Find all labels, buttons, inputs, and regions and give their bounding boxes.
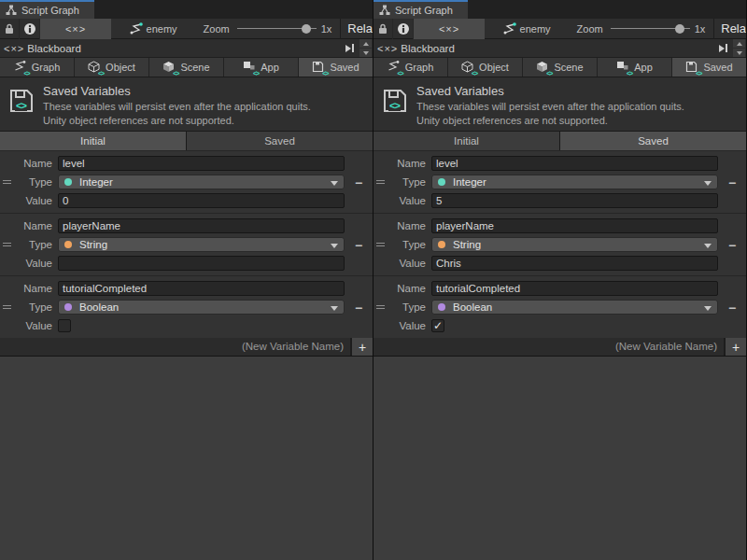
- info-icon: [397, 22, 410, 35]
- tab-saved[interactable]: Saved: [187, 132, 373, 150]
- tab-initial[interactable]: Initial: [0, 132, 186, 150]
- drag-handle-icon[interactable]: [3, 243, 11, 246]
- drag-handle-icon[interactable]: [3, 305, 11, 309]
- zoom-slider[interactable]: [611, 19, 690, 39]
- info-title: Saved Variables: [416, 84, 504, 98]
- scene-cube-icon: <>: [536, 61, 550, 74]
- drag-handle-icon[interactable]: [376, 180, 385, 184]
- triangle-down-icon: [363, 51, 369, 55]
- remove-variable-button[interactable]: −: [350, 175, 367, 190]
- zoom-slider-knob[interactable]: [675, 24, 684, 34]
- remove-variable-button[interactable]: −: [724, 175, 740, 190]
- graph-reference[interactable]: enemy: [130, 22, 177, 35]
- name-input[interactable]: tutorialCompleted: [431, 281, 718, 296]
- name-input[interactable]: playerName: [58, 218, 345, 233]
- info-description-line2: Unity object references are not supporte…: [416, 115, 608, 126]
- type-dropdown[interactable]: Boolean: [431, 300, 718, 315]
- value-input[interactable]: Chris: [431, 256, 718, 271]
- add-variable-button[interactable]: +: [350, 338, 373, 356]
- value-checkbox[interactable]: [58, 319, 71, 332]
- tab-script-graph[interactable]: Script Graph: [0, 0, 94, 19]
- app-squares-icon: <>: [616, 61, 630, 74]
- value-label: Value: [0, 258, 58, 269]
- type-color-dot: [438, 303, 445, 311]
- lock-button[interactable]: [374, 19, 393, 39]
- tab-graph-variables[interactable]: <> Graph: [0, 58, 74, 77]
- triangle-down-icon: [737, 51, 742, 55]
- value-input[interactable]: 0: [58, 193, 345, 208]
- remove-variable-button[interactable]: −: [350, 301, 367, 315]
- variable-row: Name playerName Type String Value Chris …: [374, 214, 746, 275]
- name-input[interactable]: level: [431, 156, 718, 171]
- tab-graph-variables[interactable]: <> Graph: [374, 58, 447, 77]
- relations-label-clipped[interactable]: Rela: [347, 21, 373, 35]
- drag-handle-icon[interactable]: [3, 180, 11, 184]
- type-dropdown[interactable]: String: [431, 237, 718, 252]
- type-dropdown[interactable]: Integer: [431, 175, 718, 189]
- graph-empty-area[interactable]: [0, 356, 373, 560]
- tab-object-variables[interactable]: <> Object: [448, 58, 522, 77]
- name-input[interactable]: level: [58, 156, 345, 171]
- inspect-button[interactable]: [393, 19, 415, 39]
- variables-list: Name level Type Integer Value 0 −: [0, 151, 373, 339]
- value-input[interactable]: [58, 256, 345, 271]
- dock-icon[interactable]: [719, 44, 727, 52]
- tab-scene-variables[interactable]: <> Scene: [523, 58, 597, 77]
- window-tab-bar: Script Graph: [0, 0, 373, 19]
- inspect-button[interactable]: [20, 19, 41, 39]
- scroll-up-button[interactable]: [733, 39, 745, 48]
- script-graph-icon: [379, 5, 390, 16]
- blackboard-toggle-button[interactable]: <×>: [414, 19, 484, 39]
- scroll-down-button[interactable]: [733, 49, 745, 57]
- remove-variable-button[interactable]: −: [350, 238, 367, 253]
- blackboard-title: Blackboard: [401, 43, 719, 54]
- tab-script-graph[interactable]: Script Graph: [374, 0, 468, 19]
- tab-app-variables[interactable]: <> App: [224, 58, 298, 77]
- remove-variable-button[interactable]: −: [724, 238, 740, 253]
- add-variable-button[interactable]: +: [724, 338, 746, 356]
- triangle-up-icon: [737, 42, 742, 46]
- value-checkbox[interactable]: [431, 319, 444, 332]
- tab-saved-variables[interactable]: <> Saved: [299, 58, 373, 77]
- tab-scene-variables[interactable]: <> Scene: [149, 58, 223, 77]
- type-color-dot: [438, 178, 445, 186]
- code-brackets-icon: <>: [388, 100, 401, 111]
- scroll-down-button[interactable]: [359, 49, 372, 57]
- zoom-slider[interactable]: [237, 19, 317, 39]
- tab-saved[interactable]: Saved: [560, 132, 746, 150]
- name-label: Name: [374, 283, 431, 294]
- graph-reference[interactable]: enemy: [503, 22, 551, 35]
- chevron-down-icon: [704, 181, 712, 186]
- dock-icon[interactable]: [345, 44, 354, 52]
- graph-variables-icon: <>: [388, 61, 402, 74]
- toolbar-divider: [713, 19, 714, 39]
- graph-empty-area[interactable]: [374, 356, 746, 560]
- value-label: Value: [374, 320, 431, 331]
- scroll-up-button[interactable]: [359, 39, 372, 48]
- lock-icon: [376, 22, 389, 35]
- type-dropdown[interactable]: Boolean: [58, 300, 345, 315]
- object-cube-icon: <>: [461, 61, 475, 74]
- value-input[interactable]: 5: [431, 193, 718, 208]
- tab-saved-variables[interactable]: <> Saved: [672, 58, 746, 77]
- remove-variable-button[interactable]: −: [724, 301, 740, 315]
- relations-label-clipped[interactable]: Rela: [721, 21, 746, 35]
- name-input[interactable]: playerName: [431, 218, 718, 233]
- type-dropdown[interactable]: Integer: [58, 175, 345, 189]
- lock-button[interactable]: [0, 19, 20, 39]
- drag-handle-icon[interactable]: [376, 305, 385, 309]
- new-variable-name-input[interactable]: (New Variable Name): [374, 338, 724, 356]
- new-variable-name-input[interactable]: (New Variable Name): [0, 338, 350, 356]
- tab-initial[interactable]: Initial: [374, 132, 559, 150]
- graph-toolbar: <×> enemy Zoom 1x Rela: [0, 19, 373, 39]
- blackboard-toggle-button[interactable]: <×>: [40, 19, 110, 39]
- name-input[interactable]: tutorialCompleted: [58, 281, 345, 296]
- tab-object-variables[interactable]: <> Object: [75, 58, 148, 77]
- variable-row: Name level Type Integer Value 0 −: [0, 151, 373, 213]
- drag-handle-icon[interactable]: [376, 243, 385, 246]
- zoom-slider-knob[interactable]: [302, 24, 311, 34]
- type-dropdown[interactable]: String: [58, 237, 345, 252]
- tab-app-variables[interactable]: <> App: [598, 58, 671, 77]
- name-label: Name: [374, 220, 431, 231]
- value-label: Value: [374, 195, 431, 206]
